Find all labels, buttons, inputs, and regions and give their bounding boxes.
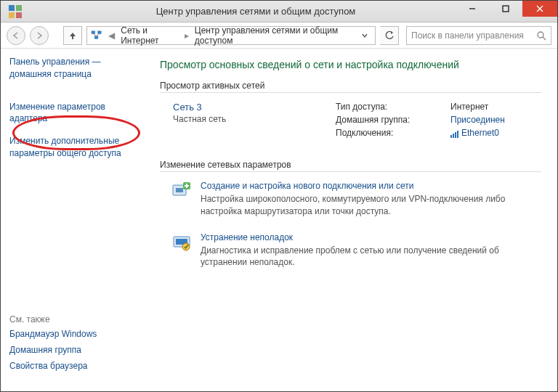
svg-line-12: [97, 33, 100, 36]
active-networks-title: Просмотр активных сетей: [160, 81, 541, 91]
sidebar-adapter-link[interactable]: Изменение параметров адаптера: [9, 102, 105, 124]
chevron-down-icon: [362, 33, 368, 38]
change-settings-title: Изменение сетевых параметров: [160, 160, 541, 170]
forward-button[interactable]: [30, 26, 49, 45]
chevron-right-icon: ▸: [183, 30, 190, 41]
chevron-left-icon[interactable]: ◀: [107, 30, 116, 41]
minimize-icon: [469, 5, 476, 12]
address-bar[interactable]: ◀ Сеть и Интернет ▸ Центр управления сет…: [86, 26, 376, 45]
troubleshoot-item[interactable]: Устранение неполадок Диагностика и испра…: [160, 224, 541, 275]
active-network-row: Сеть 3 Частная сеть Тип доступа: Интерне…: [160, 93, 541, 154]
network-center-icon: [90, 28, 102, 43]
troubleshoot-title: Устранение неполадок: [201, 232, 537, 242]
breadcrumb-root[interactable]: Сеть и Интернет: [121, 25, 179, 46]
svg-rect-10: [94, 36, 98, 38]
access-type-label: Тип доступа:: [336, 102, 437, 112]
breadcrumb-current[interactable]: Центр управления сетями и общим доступом: [195, 25, 353, 46]
svg-line-11: [93, 33, 96, 36]
connections-link-text: Ethernet0: [461, 128, 499, 138]
new-connection-title: Создание и настройка нового подключения …: [201, 181, 537, 191]
svg-rect-20: [176, 188, 183, 192]
control-panel-icon: [8, 4, 23, 19]
maximize-icon: [502, 5, 509, 12]
up-icon: [68, 30, 78, 41]
up-button[interactable]: [63, 26, 82, 45]
new-connection-desc: Настройка широкополосного, коммутируемог…: [201, 193, 537, 218]
troubleshoot-desc: Диагностика и исправление проблем с сеть…: [201, 245, 537, 269]
toolbar: ◀ Сеть и Интернет ▸ Центр управления сет…: [1, 23, 557, 49]
svg-point-13: [538, 32, 543, 38]
back-icon: [12, 31, 20, 40]
main-heading: Просмотр основных сведений о сети и наст…: [160, 59, 541, 70]
close-icon: [536, 5, 543, 12]
svg-rect-18: [457, 131, 458, 138]
svg-rect-3: [16, 12, 22, 18]
refresh-button[interactable]: [380, 26, 399, 45]
sidebar-firewall-link[interactable]: Брандмауэр Windows: [9, 329, 141, 339]
body: Панель управления — домашняя страница Из…: [1, 49, 557, 391]
forward-icon: [35, 31, 44, 40]
svg-rect-17: [455, 132, 456, 138]
svg-rect-16: [453, 134, 454, 138]
connections-value[interactable]: Ethernet0: [450, 128, 499, 138]
sidebar-homegroup-link[interactable]: Домашняя группа: [9, 345, 141, 355]
homegroup-label: Домашняя группа:: [336, 115, 437, 125]
ethernet-icon: [450, 130, 459, 137]
new-connection-icon: [171, 181, 192, 201]
address-dropdown[interactable]: [357, 30, 372, 41]
troubleshoot-icon: [171, 232, 192, 253]
sidebar-inet-link[interactable]: Свойства браузера: [9, 361, 141, 371]
access-type-value: Интернет: [450, 102, 488, 112]
main-panel: Просмотр основных сведений о сети и наст…: [150, 49, 557, 391]
svg-rect-1: [16, 5, 22, 11]
window-controls: [456, 1, 557, 17]
search-input[interactable]: Поиск в панели управления: [406, 26, 551, 45]
refresh-icon: [384, 30, 395, 41]
sidebar-bottom: См. также Брандмауэр Windows Домашняя гр…: [9, 314, 141, 384]
svg-rect-8: [92, 30, 95, 33]
svg-rect-15: [450, 135, 452, 138]
sidebar-home-link[interactable]: Панель управления — домашняя страница: [9, 57, 101, 79]
homegroup-value[interactable]: Присоединен: [450, 115, 505, 125]
search-icon: [536, 30, 546, 41]
sidebar: Панель управления — домашняя страница Из…: [1, 49, 150, 391]
new-connection-item[interactable]: Создание и настройка нового подключения …: [160, 172, 541, 224]
search-placeholder: Поиск в панели управления: [411, 30, 536, 41]
maximize-button[interactable]: [489, 1, 522, 17]
network-name[interactable]: Сеть 3: [173, 102, 326, 113]
back-button[interactable]: [7, 26, 25, 45]
titlebar: Центр управления сетями и общим доступом: [1, 1, 557, 23]
svg-rect-9: [97, 30, 101, 33]
close-button[interactable]: [522, 1, 557, 17]
svg-line-14: [543, 37, 546, 40]
see-also-label: См. также: [9, 314, 141, 324]
sidebar-sharing-link[interactable]: Изменить дополнительные параметры общего…: [9, 136, 121, 158]
svg-rect-0: [9, 5, 15, 11]
connections-label: Подключения:: [336, 128, 437, 138]
svg-rect-2: [9, 12, 15, 18]
network-type: Частная сеть: [173, 114, 326, 124]
minimize-button[interactable]: [456, 1, 489, 17]
svg-rect-5: [503, 6, 509, 12]
